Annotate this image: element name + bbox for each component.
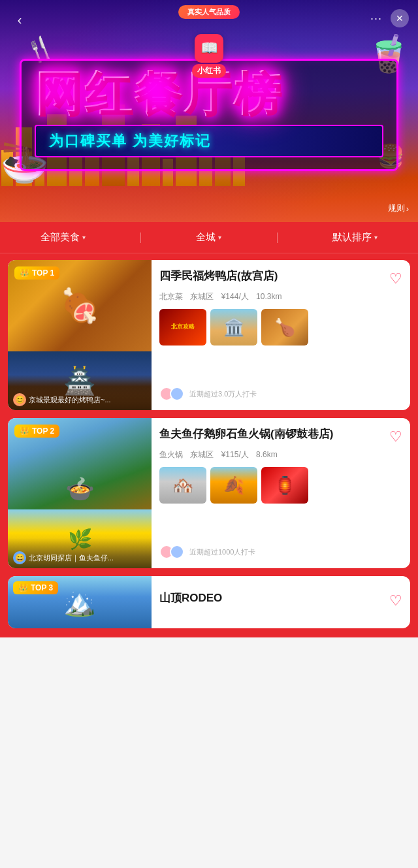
restaurant-card[interactable]: 👑 TOP 1 😊 京城景观最好的烤鸭店~... 四季民福烤鸭店(故宫店) ♡ … xyxy=(8,260,410,410)
user-avatar: 😄 xyxy=(13,551,26,564)
area-label: 全城 xyxy=(196,231,216,244)
cuisine-type: 鱼火锅 xyxy=(159,450,183,459)
more-icon: ··· xyxy=(370,12,382,25)
rules-label: 规则 xyxy=(388,202,405,214)
caption-text: 北京胡同探店｜鱼夫鱼仔... xyxy=(29,553,114,563)
filter-bar: 全部美食 ▾ 全城 ▾ 默认排序 ▾ xyxy=(0,222,418,253)
quality-badge: 真实人气品质 xyxy=(178,5,240,19)
hutong-image: 🏘️ xyxy=(159,467,206,504)
mini-img-3: 🏮 xyxy=(261,467,308,504)
filter-cuisine[interactable]: 全部美食 ▾ xyxy=(40,231,86,244)
mini-img-2: 🏛️ xyxy=(210,309,257,346)
like-button[interactable]: ♡ xyxy=(389,428,402,445)
sort-label: 默认排序 xyxy=(332,231,372,244)
user-caption: 😊 京城景观最好的烤鸭店~... xyxy=(8,380,152,410)
card-info-section: 鱼夫鱼仔鹅卵石鱼火锅(南锣鼓巷店) ♡ 鱼火锅 东城区 ¥115/人 8.6km… xyxy=(152,418,410,568)
duck-mini-image: 🍗 xyxy=(261,309,308,346)
app-logo: 📖 小红书 xyxy=(192,34,226,78)
like-button[interactable]: ♡ xyxy=(389,270,402,287)
rules-arrow-icon: › xyxy=(406,204,409,214)
banner: 🍜 🧋 🍴 🍔 ‹ ··· ✕ 真实人气品质 📖 小红书 网红餐厅榜 为口碑买单… xyxy=(0,0,418,222)
mini-img-2: 🍂 xyxy=(210,467,257,504)
crown-icon: 👑 xyxy=(20,268,29,278)
partial-image-icon: 🏔️ xyxy=(63,587,96,618)
sub-title: 为口碑买单 为美好标记 xyxy=(35,125,383,157)
price: ¥115/人 xyxy=(221,450,249,459)
autumn-image: 🍂 xyxy=(210,467,257,504)
crown-icon: 👑 xyxy=(20,426,29,436)
like-button[interactable]: ♡ xyxy=(389,592,402,609)
more-button[interactable]: ··· xyxy=(367,9,385,27)
rules-button[interactable]: 规则 › xyxy=(388,202,409,214)
rank-badge: 👑 TOP 2 xyxy=(14,425,59,438)
filter-sort[interactable]: 默认排序 ▾ xyxy=(332,231,378,244)
filter-divider-1 xyxy=(140,233,141,243)
crown-icon: 👑 xyxy=(18,583,28,592)
rank-badge: 👑 TOP 3 xyxy=(13,581,58,594)
restaurant-meta: 北京菜 东城区 ¥144/人 10.3km xyxy=(159,291,402,302)
back-icon: ‹ xyxy=(18,12,22,27)
cuisine-arrow-icon: ▾ xyxy=(82,234,86,241)
card-partial-info: 山顶RODEO ♡ xyxy=(152,576,410,628)
logo-icon-box: 📖 xyxy=(195,34,223,63)
checkin-row: 近期超过1000人打卡 xyxy=(159,545,402,559)
checkin-avatar-2 xyxy=(170,387,184,401)
content-area: 👑 TOP 1 😊 京城景观最好的烤鸭店~... 四季民福烤鸭店(故宫店) ♡ … xyxy=(0,253,418,637)
logo-text: 小红书 xyxy=(192,64,226,78)
restaurant-card-partial[interactable]: 🏔️ 👑 TOP 3 山顶RODEO ♡ xyxy=(8,576,410,628)
restaurant-image: 🏮 xyxy=(261,467,308,504)
beijing-guide-image: 北京攻略 xyxy=(159,309,206,346)
area-arrow-icon: ▾ xyxy=(218,234,221,241)
partial-image: 🏔️ 👑 TOP 3 xyxy=(8,576,152,628)
price: ¥144/人 xyxy=(221,292,249,301)
mini-image-row: 北京攻略 🏛️ 🍗 xyxy=(159,309,402,346)
cuisine-type: 北京菜 xyxy=(159,292,183,301)
gate-image: 🏛️ xyxy=(210,309,257,346)
rank-label: TOP 3 xyxy=(31,583,53,592)
card-info-section: 四季民福烤鸭店(故宫店) ♡ 北京菜 东城区 ¥144/人 10.3km 北京攻… xyxy=(152,260,410,410)
close-button[interactable]: ✕ xyxy=(391,9,409,27)
checkin-row: 近期超过3.0万人打卡 xyxy=(159,387,402,401)
restaurant-name: 四季民福烤鸭店(故宫店) xyxy=(159,269,389,283)
district: 东城区 xyxy=(190,450,214,459)
back-button[interactable]: ‹ xyxy=(9,9,30,30)
user-caption: 😄 北京胡同探店｜鱼夫鱼仔... xyxy=(8,538,152,568)
checkin-count: 近期超过3.0万人打卡 xyxy=(189,389,257,399)
close-icon: ✕ xyxy=(396,13,404,24)
distance: 8.6km xyxy=(256,450,278,459)
district: 东城区 xyxy=(190,292,214,301)
mini-image-row: 🏘️ 🍂 🏮 xyxy=(159,467,402,504)
card-image-section: 👑 TOP 1 😊 京城景观最好的烤鸭店~... xyxy=(8,260,152,410)
cuisine-label: 全部美食 xyxy=(40,231,80,244)
mini-img-1: 北京攻略 xyxy=(159,309,206,346)
guide-text: 北京攻略 xyxy=(171,323,195,331)
restaurant-card[interactable]: 👑 TOP 2 😄 北京胡同探店｜鱼夫鱼仔... 鱼夫鱼仔鹅卵石鱼火锅(南锣鼓巷… xyxy=(8,418,410,568)
checkin-avatars xyxy=(159,387,180,401)
logo-icon: 📖 xyxy=(201,40,218,57)
card-title-row: 四季民福烤鸭店(故宫店) ♡ xyxy=(159,269,402,287)
mini-img-1: 🏘️ xyxy=(159,467,206,504)
card-title-row: 鱼夫鱼仔鹅卵石鱼火锅(南锣鼓巷店) ♡ xyxy=(159,427,402,445)
rank-badge: 👑 TOP 1 xyxy=(14,266,59,280)
sort-arrow-icon: ▾ xyxy=(374,234,378,241)
user-avatar: 😊 xyxy=(13,393,26,406)
rank-label: TOP 1 xyxy=(32,268,54,278)
distance: 10.3km xyxy=(256,292,281,301)
restaurant-name: 鱼夫鱼仔鹅卵石鱼火锅(南锣鼓巷店) xyxy=(159,427,389,442)
mini-img-3: 🍗 xyxy=(261,309,308,346)
card-title-row: 山顶RODEO ♡ xyxy=(159,591,402,609)
checkin-count: 近期超过1000人打卡 xyxy=(189,547,255,557)
filter-divider-2 xyxy=(277,233,278,243)
restaurant-meta: 鱼火锅 东城区 ¥115/人 8.6km xyxy=(159,449,402,460)
checkin-avatar-2 xyxy=(170,545,184,559)
checkin-avatars xyxy=(159,545,180,559)
rank-label: TOP 2 xyxy=(32,426,54,436)
restaurant-name: 山顶RODEO xyxy=(159,591,389,605)
card-image-section: 👑 TOP 2 😄 北京胡同探店｜鱼夫鱼仔... xyxy=(8,418,152,568)
filter-area[interactable]: 全城 ▾ xyxy=(196,231,221,244)
caption-text: 京城景观最好的烤鸭店~... xyxy=(29,395,111,405)
